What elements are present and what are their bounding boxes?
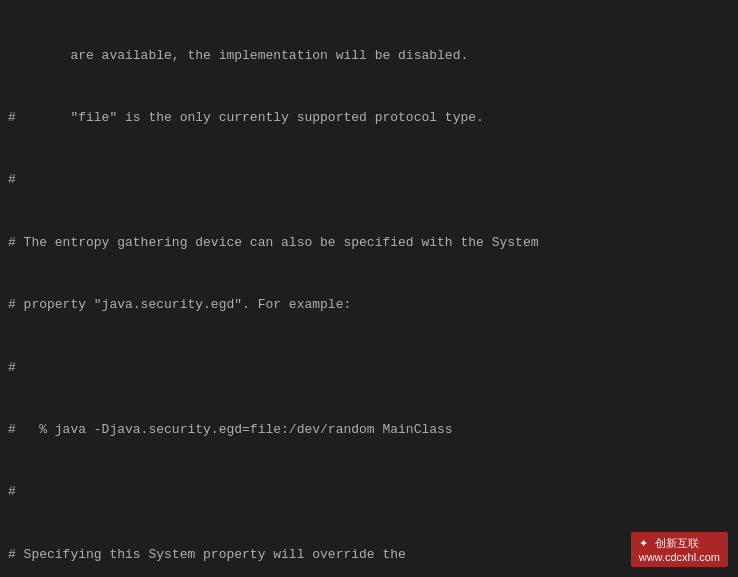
line-9: # Specifying this System property will o…	[8, 545, 730, 566]
watermark-subtext: www.cdcxhl.com	[639, 551, 720, 563]
line-7: # % java -Djava.security.egd=file:/dev/r…	[8, 420, 730, 441]
line-8: #	[8, 482, 730, 503]
editor-container: are available, the implementation will b…	[0, 0, 738, 577]
line-2: # "file" is the only currently supported…	[8, 108, 730, 129]
line-1: are available, the implementation will b…	[8, 46, 730, 67]
line-6: #	[8, 358, 730, 379]
watermark-text: 创新互联	[655, 537, 699, 549]
code-content: are available, the implementation will b…	[0, 0, 738, 577]
line-3: #	[8, 170, 730, 191]
line-4: # The entropy gathering device can also …	[8, 233, 730, 254]
watermark: ✦ 创新互联 www.cdcxhl.com	[631, 532, 728, 567]
line-5: # property "java.security.egd". For exam…	[8, 295, 730, 316]
watermark-icon: ✦	[639, 537, 648, 550]
